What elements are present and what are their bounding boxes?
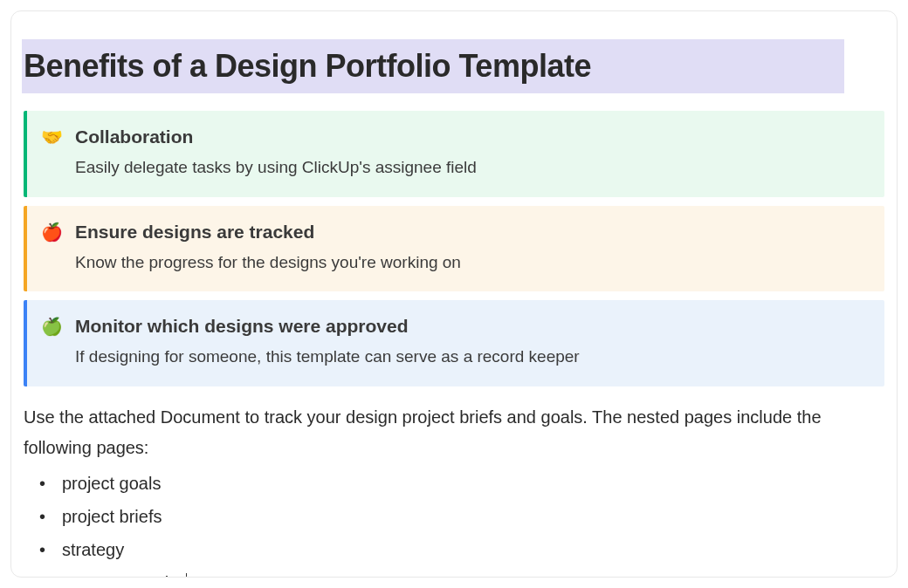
callout-body: Know the progress for the designs you're…: [75, 251, 867, 275]
page-title[interactable]: Benefits of a Design Portfolio Template: [22, 39, 844, 93]
red-apple-icon: 🍎: [41, 222, 63, 243]
list-item[interactable]: project briefs: [38, 500, 884, 533]
list-item[interactable]: strategy: [38, 533, 884, 566]
document-container: Benefits of a Design Portfolio Template …: [10, 10, 898, 578]
callout-content: Ensure designs are tracked Know the prog…: [75, 222, 867, 275]
list-item[interactable]: project goals: [38, 467, 884, 500]
callout-title: Monitor which designs were approved: [75, 316, 867, 337]
callout-tracked[interactable]: 🍎 Ensure designs are tracked Know the pr…: [24, 206, 884, 292]
body-paragraph[interactable]: Use the attached Document to track your …: [24, 402, 884, 463]
callout-collaboration[interactable]: 🤝 Collaboration Easily delegate tasks by…: [24, 111, 884, 197]
callout-body: If designing for someone, this template …: [75, 345, 867, 369]
list-item-text: success metrics: [62, 573, 187, 578]
handshake-icon: 🤝: [41, 126, 63, 147]
content-wrapper: Benefits of a Design Portfolio Template …: [11, 39, 897, 578]
callout-content: Monitor which designs were approved If d…: [75, 316, 867, 369]
callout-title: Collaboration: [75, 126, 867, 147]
bullet-list[interactable]: project goals project briefs strategy su…: [38, 467, 884, 578]
green-apple-icon: 🍏: [41, 316, 63, 337]
callout-content: Collaboration Easily delegate tasks by u…: [75, 126, 867, 180]
list-item[interactable]: success metrics: [38, 566, 884, 578]
callout-approved[interactable]: 🍏 Monitor which designs were approved If…: [24, 300, 884, 386]
callout-title: Ensure designs are tracked: [75, 222, 867, 243]
callout-body: Easily delegate tasks by using ClickUp's…: [75, 156, 867, 180]
